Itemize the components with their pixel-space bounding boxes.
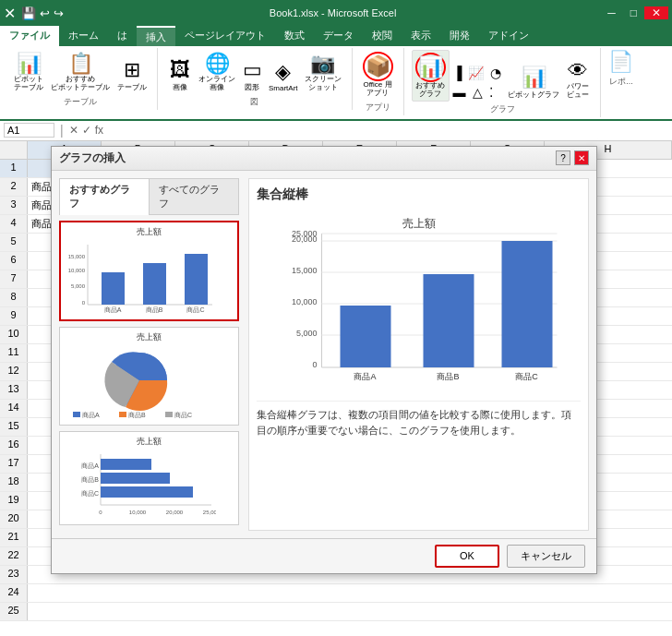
svg-rect-17 [165, 412, 173, 417]
pivot-chart-btn[interactable]: 📊 ピボットグラフ [505, 64, 562, 102]
chart-thumbnail-bar[interactable]: 売上額 商品A 商品B 商品C [59, 221, 239, 321]
chart-thumbnail-hbar[interactable]: 売上額 商品A 商品B 商品C [59, 431, 239, 525]
svg-rect-3 [143, 263, 166, 305]
dialog-title: グラフの挿入 [59, 150, 126, 166]
win-maximize[interactable]: □ [623, 6, 644, 19]
tab-file[interactable]: ファイル [0, 26, 59, 46]
svg-text:15,000: 15,000 [292, 266, 318, 275]
tab-data[interactable]: データ [314, 26, 363, 46]
insert-function-btn[interactable]: fx [95, 124, 103, 137]
app-icon: ✕ [4, 5, 16, 22]
pie-chart-btn[interactable]: ◔ [487, 64, 504, 82]
ok-button[interactable]: OK [435, 545, 499, 568]
qat-redo[interactable]: ↪ [54, 6, 64, 20]
tab-home[interactable]: ホーム [59, 26, 108, 46]
dialog-close-btn[interactable]: ✕ [574, 150, 589, 165]
area-chart-btn[interactable]: △ [470, 83, 486, 102]
svg-rect-13 [73, 412, 80, 417]
tab-view[interactable]: 表示 [402, 26, 440, 46]
svg-rect-22 [101, 473, 170, 484]
scatter-chart-btn[interactable]: ⁚ [486, 83, 496, 102]
formula-bar-input[interactable] [111, 125, 668, 136]
dialog-help-btn[interactable]: ? [556, 150, 570, 165]
pivot-table-btn[interactable]: 📊 ピボットテーブル [11, 50, 46, 94]
tab-all-charts[interactable]: すべてのグラフ [150, 178, 239, 214]
svg-text:5,000: 5,000 [296, 329, 318, 338]
svg-text:商品C: 商品C [174, 412, 192, 418]
svg-rect-21 [101, 459, 151, 470]
svg-text:10,000: 10,000 [292, 297, 318, 306]
svg-rect-43 [341, 306, 391, 367]
shape-btn[interactable]: ▭ 図形 [239, 56, 265, 94]
insert-chart-dialog: グラフの挿入 ? ✕ おすすめグラフ すべてのグラフ 売上額 [51, 146, 597, 574]
svg-text:商品B: 商品B [81, 476, 99, 483]
charts-group-label: グラフ [490, 103, 515, 115]
image-btn[interactable]: 🖼 画像 [165, 56, 195, 94]
svg-text:商品A: 商品A [81, 462, 99, 469]
online-image-btn[interactable]: 🌐 オンライン画像 [196, 50, 238, 94]
svg-text:商品B: 商品B [146, 306, 163, 313]
hbar-chart-btn[interactable]: ▬ [450, 83, 469, 102]
svg-text:0: 0 [99, 510, 102, 515]
svg-text:25,000: 25,000 [203, 510, 216, 515]
svg-text:商品A: 商品A [104, 306, 122, 313]
win-minimize[interactable]: ─ [600, 6, 623, 19]
tab-pagelayout[interactable]: ページレイアウト [175, 26, 275, 46]
tab-review[interactable]: 校閲 [363, 26, 402, 46]
chart-description: 集合縦棒グラフは、複数の項目間の値を比較する際に使用します。項目の順序が重要でな… [257, 401, 581, 439]
formula-separator: | [60, 123, 64, 138]
svg-text:0: 0 [312, 360, 317, 369]
svg-text:15,000: 15,000 [68, 254, 86, 259]
svg-text:10,000: 10,000 [129, 510, 147, 515]
svg-text:0: 0 [82, 300, 86, 306]
screenshot-btn[interactable]: 📷 スクリーンショット [302, 50, 344, 94]
chart-preview: 売上額 0 5,000 10,000 15,000 20,000 [257, 210, 581, 395]
qat-undo[interactable]: ↩ [40, 6, 50, 20]
win-close[interactable]: ✕ [644, 6, 668, 19]
svg-rect-45 [502, 241, 553, 367]
tab-formulas[interactable]: 数式 [275, 26, 314, 46]
confirm-formula-btn[interactable]: ✓ [82, 124, 91, 137]
svg-text:売上額: 売上額 [402, 217, 436, 230]
svg-text:商品B: 商品B [128, 412, 146, 418]
svg-text:10,000: 10,000 [68, 268, 86, 273]
tab-ha[interactable]: は [108, 26, 137, 46]
svg-text:商品B: 商品B [437, 372, 459, 381]
table-row: 24 [0, 584, 672, 603]
svg-text:商品A: 商品A [354, 372, 376, 381]
tab-insert[interactable]: 挿入 [137, 26, 175, 46]
svg-rect-2 [102, 272, 125, 305]
tab-addin[interactable]: アドイン [479, 26, 538, 46]
table-btn[interactable]: ⊞ テーブル [114, 56, 150, 94]
line-chart-btn[interactable]: 📈 [465, 64, 486, 82]
cancel-button[interactable]: キャンセル [507, 545, 585, 568]
cell-reference[interactable] [4, 123, 54, 138]
apps-group-label: アプリ [366, 102, 390, 114]
svg-text:商品C: 商品C [81, 490, 99, 497]
recommended-chart-btn[interactable]: 📊 おすすめグラフ [412, 50, 450, 102]
tab-recommended-chart[interactable]: おすすめグラフ [59, 178, 150, 215]
qat-save[interactable]: 💾 [21, 6, 36, 20]
svg-text:商品A: 商品A [82, 412, 100, 418]
svg-text:5,000: 5,000 [71, 283, 86, 289]
svg-text:商品C: 商品C [186, 306, 204, 313]
svg-text:25,000: 25,000 [292, 229, 318, 238]
smartart-btn[interactable]: ◈ SmartArt [266, 58, 301, 94]
svg-rect-23 [101, 486, 193, 498]
bar-chart-btn[interactable]: ▐ [450, 64, 465, 82]
chart-thumbnail-pie[interactable]: 売上額 商品A 商品B [59, 327, 239, 426]
figure-group-label: 図 [250, 96, 258, 108]
cancel-formula-btn[interactable]: ✕ [69, 124, 78, 137]
recommended-pivot-btn[interactable]: 📋 おすすめピボットテーブル [48, 50, 113, 94]
office-apps-btn[interactable]: 📦 Office 用アプリ [360, 50, 396, 100]
power-view-btn[interactable]: 👁 パワービュー [563, 57, 593, 102]
tab-dev[interactable]: 開発 [440, 26, 479, 46]
app-title: Book1.xlsx - Microsoft Excel [66, 7, 600, 18]
chart-type-title: 集合縦棒 [257, 186, 581, 203]
table-row: 25 [0, 603, 672, 621]
table-group-label: テーブル [64, 96, 97, 108]
svg-rect-15 [119, 412, 126, 417]
svg-text:商品C: 商品C [515, 372, 538, 381]
report-group-label: レポ... [609, 76, 633, 88]
svg-rect-44 [424, 274, 474, 367]
